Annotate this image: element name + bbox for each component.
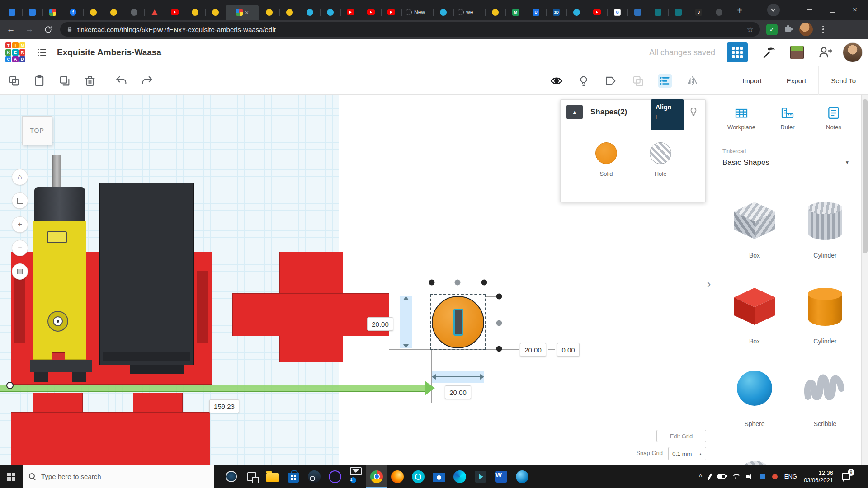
- edit-grid-button[interactable]: Edit Grid: [656, 430, 706, 442]
- pen-tray-icon[interactable]: [707, 473, 712, 480]
- snap-grid-dropdown[interactable]: 0.1 mm ▲: [668, 447, 706, 460]
- sidebar-scrollbar[interactable]: [861, 95, 868, 465]
- lightbulb-icon[interactable]: [689, 106, 698, 118]
- duplicate-icon[interactable]: [58, 74, 71, 88]
- taskbar-app-firefox[interactable]: [387, 465, 408, 488]
- redo-icon[interactable]: [140, 74, 154, 88]
- solid-swatch[interactable]: [595, 142, 617, 164]
- taskbar-app-store[interactable]: [283, 465, 304, 488]
- zoom-out-button[interactable]: −: [12, 240, 28, 256]
- browser-tab[interactable]: [566, 5, 587, 20]
- browser-tab[interactable]: J: [689, 5, 709, 20]
- browser-tab[interactable]: [165, 5, 185, 20]
- search-box[interactable]: Type here to search: [23, 465, 214, 488]
- taskbar-app-chrome[interactable]: [366, 465, 387, 488]
- export-button[interactable]: Export: [774, 66, 818, 95]
- width-dimension-label[interactable]: 20.00: [445, 385, 471, 399]
- profile-avatar[interactable]: [799, 23, 813, 36]
- library-dropdown[interactable]: Basic Shapes: [722, 158, 769, 167]
- taskbar-app-steam[interactable]: [304, 465, 325, 488]
- taskbar-app-explorer[interactable]: [262, 465, 283, 488]
- model-red-cross-horizontal[interactable]: [232, 293, 389, 336]
- sidebar-tool-workplane[interactable]: Workplane: [720, 106, 763, 131]
- menu-list-icon[interactable]: [36, 47, 48, 58]
- taskbar-app-play[interactable]: [470, 465, 491, 488]
- browser-tab[interactable]: U: [526, 5, 546, 20]
- ruler-distance-label[interactable]: 159.23: [209, 399, 239, 413]
- group-icon[interactable]: [631, 74, 645, 88]
- model-motor-shaft[interactable]: [52, 155, 61, 189]
- invite-person-icon[interactable]: [817, 45, 833, 60]
- browser-tab[interactable]: [587, 5, 607, 20]
- model-red-base-tab[interactable]: [133, 393, 183, 413]
- browser-tab[interactable]: [279, 5, 300, 20]
- browser-tab[interactable]: f: [63, 5, 83, 20]
- browser-tab[interactable]: [320, 5, 340, 20]
- extensions-puzzle-icon[interactable]: [783, 23, 793, 35]
- sidebar-tool-notes[interactable]: Notes: [812, 106, 855, 131]
- browser-tab[interactable]: G: [607, 5, 627, 20]
- close-button[interactable]: ×: [844, 0, 866, 20]
- maximize-button[interactable]: [821, 0, 844, 20]
- battery-icon[interactable]: [717, 474, 726, 479]
- wifi-icon[interactable]: [732, 474, 740, 479]
- taskbar-app-taskview[interactable]: [241, 465, 262, 488]
- ruler-arrow-band[interactable]: [0, 385, 425, 392]
- import-button[interactable]: Import: [730, 66, 774, 95]
- brick-block-icon[interactable]: [790, 46, 804, 59]
- dashboard-grid-button[interactable]: [727, 42, 748, 62]
- model-motor-cap[interactable]: [34, 187, 85, 221]
- taskbar-app-mail[interactable]: 1: [345, 465, 366, 488]
- browser-tab[interactable]: M: [505, 5, 526, 20]
- browser-menu-icon[interactable]: [819, 26, 828, 33]
- undo-icon[interactable]: [115, 74, 128, 88]
- show-desktop-strip[interactable]: [862, 465, 864, 488]
- view-cube[interactable]: TOP: [22, 116, 52, 145]
- tag-icon[interactable]: [604, 74, 618, 88]
- browser-tab[interactable]: [2, 5, 22, 20]
- browser-tab[interactable]: [42, 5, 63, 20]
- tray-expand-icon[interactable]: ^: [699, 473, 702, 480]
- align-icon[interactable]: [658, 74, 672, 88]
- library-caret-icon[interactable]: ▼: [845, 160, 849, 165]
- shape-item-cylinder[interactable]: Cylinder: [793, 199, 857, 263]
- shape-item-sphere[interactable]: Sphere: [723, 368, 786, 432]
- scrollbar-thumb[interactable]: [863, 99, 868, 253]
- model-red-base[interactable]: [11, 412, 210, 465]
- model-dark-box[interactable]: [99, 183, 194, 365]
- minecraft-pickaxe-icon[interactable]: [761, 45, 777, 60]
- browser-tab[interactable]: [259, 5, 279, 20]
- taskbar-app-sphere[interactable]: [512, 465, 533, 488]
- insert-light-icon[interactable]: [577, 74, 590, 88]
- media-controls-icon[interactable]: [767, 4, 780, 16]
- browser-tab[interactable]: [668, 5, 689, 20]
- taskbar-app-camera[interactable]: [429, 465, 449, 488]
- app-tray-icon-red[interactable]: [772, 474, 778, 479]
- paste-icon[interactable]: [33, 74, 46, 88]
- language-indicator[interactable]: ENG: [784, 473, 797, 480]
- scale-handle[interactable]: [429, 280, 435, 286]
- hole-swatch[interactable]: [650, 142, 671, 164]
- copy-icon[interactable]: [7, 74, 21, 88]
- browser-tab[interactable]: [485, 5, 505, 20]
- browser-tab[interactable]: [205, 5, 226, 20]
- tab-close-icon[interactable]: ×: [245, 9, 249, 16]
- browser-tab[interactable]: [104, 5, 124, 20]
- browser-tab-active[interactable]: ×: [226, 5, 259, 20]
- back-icon[interactable]: ←: [3, 22, 19, 37]
- home-view-button[interactable]: ⌂: [12, 169, 28, 185]
- user-avatar[interactable]: [843, 42, 863, 62]
- send-to-button[interactable]: Send To: [818, 66, 868, 95]
- shape-item-box[interactable]: Box: [723, 199, 786, 263]
- browser-tab[interactable]: [433, 5, 453, 20]
- extension-shield-icon[interactable]: ✓: [766, 24, 778, 35]
- ortho-view-button[interactable]: [12, 263, 28, 280]
- browser-tab[interactable]: [381, 5, 401, 20]
- shape-item-scribble[interactable]: Scribble: [793, 368, 857, 432]
- taskbar-app-cortana[interactable]: [221, 465, 241, 488]
- browser-tab[interactable]: [627, 5, 648, 20]
- height-dimension-label[interactable]: 20.00: [367, 317, 393, 331]
- delete-icon[interactable]: [83, 74, 97, 88]
- model-motor-base[interactable]: [30, 360, 92, 372]
- mirror-icon[interactable]: [685, 74, 699, 88]
